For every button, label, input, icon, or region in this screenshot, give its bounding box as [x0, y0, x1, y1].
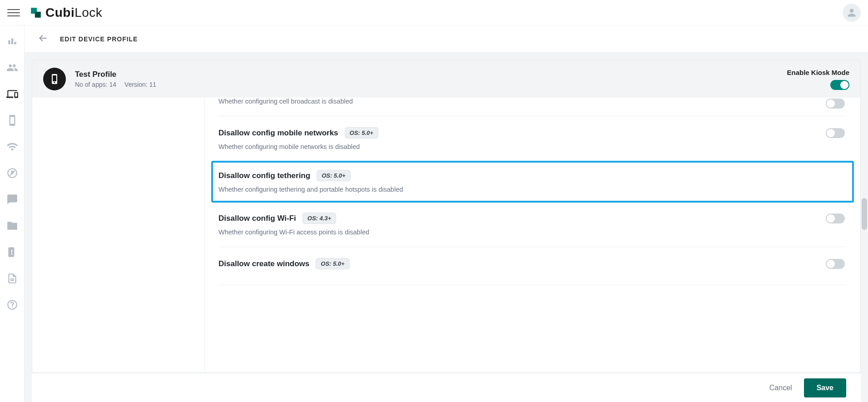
page-title: EDIT DEVICE PROFILE [60, 35, 138, 43]
setting-title: Disallow config tethering [218, 171, 310, 180]
arrow-left-icon [37, 32, 49, 44]
setting-description: Whether configuring Wi-Fi access points … [218, 228, 817, 236]
sidenav-item-files[interactable] [5, 219, 19, 233]
setting-title: Disallow create windows [218, 259, 309, 268]
phone-icon [49, 74, 60, 84]
sidenav-item-users[interactable] [5, 61, 19, 74]
doc-icon [6, 273, 18, 284]
setting-row-tethering: Disallow config tetheringOS: 5.0+Whether… [212, 162, 853, 202]
kiosk-mode-toggle[interactable] [830, 80, 849, 90]
brand-suffix: Lock [74, 5, 102, 20]
brand-logo[interactable]: CubiLock [30, 5, 102, 20]
back-button[interactable] [37, 32, 49, 46]
setting-title: Disallow config Wi-Fi [218, 214, 296, 223]
settings-list: Whether configuring cell broadcast is di… [205, 98, 860, 372]
setting-toggle-create_windows[interactable] [826, 259, 845, 269]
setting-row-wifi: Disallow config Wi-FiOS: 4.3+Whether con… [218, 202, 847, 247]
settings-categories-column [32, 98, 205, 372]
bars-icon [6, 35, 18, 47]
kiosk-mode-label: Enable Kiosk Mode [787, 69, 849, 76]
os-badge: OS: 4.3+ [303, 213, 336, 224]
setting-toggle-mobile_networks[interactable] [826, 128, 845, 138]
chat-icon [6, 194, 18, 205]
users-icon [6, 62, 18, 74]
footer-actions: Cancel Save [32, 373, 861, 402]
setting-row-cell_broadcast: Whether configuring cell broadcast is di… [218, 98, 847, 116]
sidenav-item-apps[interactable] [5, 114, 19, 127]
sidenav-item-keys[interactable] [5, 245, 19, 259]
sidenav-item-messages[interactable] [5, 193, 19, 206]
user-avatar-button[interactable] [843, 4, 861, 22]
profile-icon [43, 68, 66, 90]
profile-version: Version: 11 [124, 81, 156, 88]
cancel-button[interactable]: Cancel [769, 384, 792, 392]
brand-prefix: Cubi [45, 5, 74, 20]
profile-apps-count: No of apps: 14 [75, 81, 116, 88]
topbar: CubiLock [0, 0, 868, 25]
os-badge: OS: 5.0+ [345, 127, 378, 139]
sidenav-item-devices[interactable] [5, 87, 19, 101]
folder-icon [6, 220, 18, 232]
setting-description: Whether configuring mobile networks is d… [218, 143, 817, 150]
profile-bar: Test Profile No of apps: 14 Version: 11 … [32, 60, 861, 98]
os-badge: OS: 5.0+ [316, 258, 349, 269]
setting-toggle-cell_broadcast[interactable] [826, 99, 845, 109]
sidenav-item-analytics[interactable] [5, 35, 19, 48]
brand-icon [30, 7, 42, 19]
svg-rect-1 [35, 11, 41, 17]
os-badge: OS: 5.0+ [317, 170, 350, 181]
sidenav-item-help[interactable] [5, 298, 19, 312]
sidenav-item-logs[interactable] [5, 272, 19, 285]
sidenav [0, 25, 25, 402]
page-header: EDIT DEVICE PROFILE [25, 25, 868, 53]
menu-toggle-button[interactable] [7, 6, 20, 19]
map-pin-off-icon [6, 167, 18, 179]
key-icon [6, 246, 18, 258]
sidenav-item-geofence[interactable] [5, 166, 19, 180]
profile-name: Test Profile [75, 70, 156, 79]
user-icon [846, 7, 858, 19]
setting-description: Whether configuring tethering and portab… [218, 186, 847, 193]
sidenav-item-wifi[interactable] [5, 140, 19, 154]
workspace: EDIT DEVICE PROFILE Test Profile No of a… [25, 25, 868, 402]
help-icon [6, 299, 18, 311]
save-button[interactable]: Save [804, 378, 846, 397]
setting-row-create_windows: Disallow create windowsOS: 5.0+ [218, 247, 847, 285]
devices-icon [6, 88, 18, 100]
scrollbar[interactable] [862, 198, 867, 230]
phone-app-icon [6, 114, 18, 126]
panel: Whether configuring cell broadcast is di… [32, 98, 861, 373]
wifi-icon [6, 141, 18, 153]
setting-title: Disallow config mobile networks [218, 129, 338, 138]
svg-point-4 [11, 307, 12, 308]
setting-row-mobile_networks: Disallow config mobile networksOS: 5.0+W… [218, 116, 847, 162]
setting-toggle-wifi[interactable] [826, 213, 845, 223]
setting-description: Whether configuring cell broadcast is di… [218, 98, 817, 105]
